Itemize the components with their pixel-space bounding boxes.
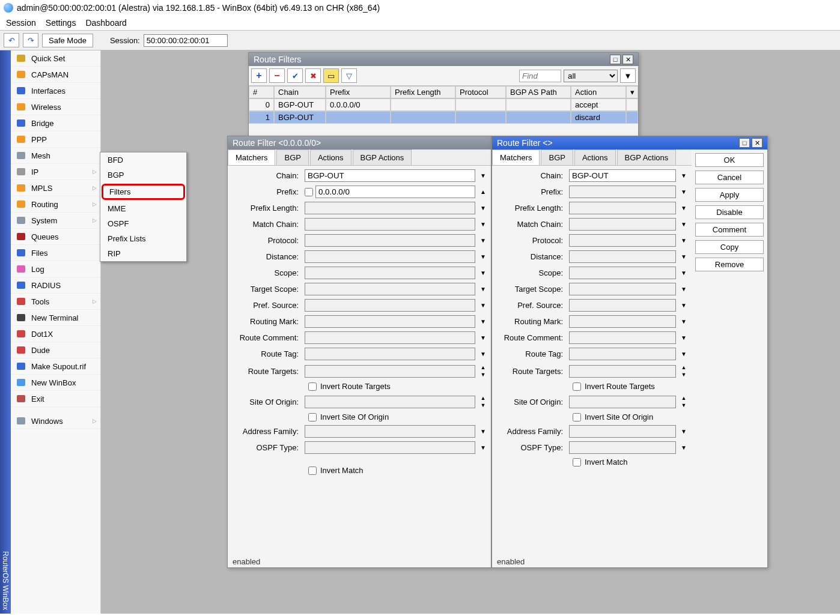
field-input[interactable] [569,218,676,231]
col-menu[interactable]: ▾ [626,86,638,98]
field-input[interactable] [305,283,475,295]
col-protocol[interactable]: Protocol [455,86,506,98]
chevron-down-icon[interactable]: ▼ [478,235,488,247]
down-icon[interactable]: ▼ [478,402,488,409]
chevron-down-icon[interactable]: ▼ [678,426,689,438]
table-row[interactable]: 0BGP-OUT0.0.0.0/0accept [249,98,638,111]
field-input[interactable] [305,267,475,279]
field-input[interactable] [305,331,475,344]
chevron-down-icon[interactable]: ▼ [678,348,689,360]
field-input[interactable] [569,202,676,214]
field-input[interactable] [569,315,676,328]
col-bgp-as-path[interactable]: BGP AS Path [506,86,571,98]
chevron-down-icon[interactable]: ▼ [478,267,488,279]
maximize-icon[interactable]: □ [739,138,750,148]
checkbox-input[interactable] [308,413,317,421]
apply-button[interactable]: Apply [695,188,764,202]
field-input[interactable] [569,331,676,344]
tab-bgp-actions[interactable]: BGP Actions [353,149,412,165]
cancel-button[interactable]: Cancel [695,171,764,184]
field-input[interactable] [305,202,475,214]
field-input[interactable] [305,234,475,247]
session-field[interactable] [144,34,228,47]
col-index[interactable]: # [249,86,274,98]
field-input[interactable] [569,348,676,360]
tab-bgp[interactable]: BGP [276,149,308,165]
submenu-item-rip[interactable]: RIP [100,246,186,261]
sidebar-item-system[interactable]: System▷ [11,213,100,229]
safe-mode-button[interactable]: Safe Mode [42,34,93,47]
close-icon[interactable]: ✕ [622,55,633,64]
checkbox-input[interactable] [573,413,581,421]
checkbox-input[interactable] [308,467,317,475]
sidebar-item-tools[interactable]: Tools▷ [11,294,100,310]
sidebar-item-new-winbox[interactable]: New WinBox [11,375,100,391]
chevron-up-icon[interactable]: ▲ [478,186,488,198]
menu-dashboard[interactable]: Dashboard [85,18,127,28]
field-input[interactable] [305,348,475,360]
field-input[interactable] [305,218,475,231]
checkbox-input[interactable] [573,382,581,391]
down-icon[interactable]: ▼ [678,402,689,409]
chevron-down-icon[interactable]: ▼ [478,316,488,328]
field-input[interactable] [305,299,475,312]
tab-actions[interactable]: Actions [310,149,352,165]
chevron-down-icon[interactable]: ▼ [678,186,689,198]
enable-button[interactable]: ✔ [287,68,303,83]
comment-button[interactable]: Comment [695,223,764,237]
sidebar-item-mesh[interactable]: Mesh [11,148,100,164]
sidebar-item-log[interactable]: Log [11,261,100,277]
copy-button[interactable]: Copy [695,240,764,254]
comment-button[interactable]: ▭ [323,68,339,83]
up-icon[interactable]: ▲ [478,394,488,402]
chevron-down-icon[interactable]: ▼ [478,251,488,263]
dialog2-titlebar[interactable]: Route Filter <> □ ✕ [492,136,767,149]
chevron-down-icon[interactable]: ▼ [478,300,488,312]
filter-scope-select[interactable]: all [564,70,618,82]
ok-button[interactable]: OK [695,153,764,167]
chevron-down-icon[interactable]: ▼ [678,332,689,344]
field-input[interactable] [569,250,676,263]
sidebar-item-mpls[interactable]: MPLS▷ [11,180,100,196]
chevron-down-icon[interactable]: ▼ [678,235,689,247]
field-input[interactable] [305,425,475,438]
find-input[interactable] [519,70,561,82]
menu-session[interactable]: Session [6,18,36,28]
sidebar-item-bridge[interactable]: Bridge [11,115,100,131]
chevron-down-icon[interactable]: ▼ [478,426,488,438]
table-row[interactable]: 1BGP-OUTdiscard [249,111,638,124]
field-input[interactable] [315,186,475,198]
undo-button[interactable]: ↶ [4,33,19,47]
field-input[interactable] [305,250,475,263]
tab-bgp-actions[interactable]: BGP Actions [617,149,677,165]
field-input[interactable] [569,234,676,247]
chevron-down-icon[interactable]: ▼ [478,348,488,360]
sidebar-item-new-terminal[interactable]: New Terminal [11,310,100,326]
chevron-down-icon[interactable]: ▼ [478,332,488,344]
sidebar-item-interfaces[interactable]: Interfaces [11,83,100,99]
disable-button[interactable]: Disable [695,205,764,219]
up-icon[interactable]: ▲ [678,364,689,371]
sidebar-item-capsman[interactable]: CAPsMAN [11,67,100,83]
sidebar-item-ip[interactable]: IP▷ [11,164,100,180]
sidebar-item-windows[interactable]: Windows▷ [11,413,100,429]
sidebar-item-quick-set[interactable]: Quick Set [11,50,100,67]
chevron-down-icon[interactable]: ▼ [478,202,488,214]
prefix-checkbox[interactable] [305,188,313,196]
field-input[interactable] [569,267,676,279]
col-prefix[interactable]: Prefix [326,86,391,98]
close-icon[interactable]: ✕ [752,138,762,148]
maximize-icon[interactable]: □ [610,55,621,64]
chevron-down-icon[interactable]: ▼ [678,442,689,454]
field-input[interactable] [569,169,676,182]
submenu-item-filters[interactable]: Filters [102,184,185,200]
chevron-down-icon[interactable]: ▼ [678,251,689,263]
dialog1-titlebar[interactable]: Route Filter <0.0.0.0/0> [228,136,491,149]
submenu-item-ospf[interactable]: OSPF [100,216,186,231]
disable-button[interactable]: ✖ [305,68,321,83]
field-input[interactable] [569,365,676,378]
sidebar-item-radius[interactable]: RADIUS [11,277,100,294]
field-input[interactable] [569,425,676,438]
sidebar-item-queues[interactable]: Queues [11,229,100,245]
tab-bgp[interactable]: BGP [541,149,573,165]
